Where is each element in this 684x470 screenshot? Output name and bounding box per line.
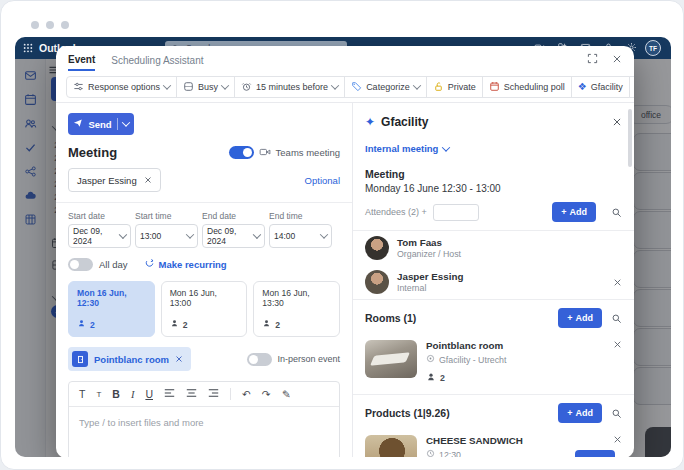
meeting-type-dropdown[interactable]: Internal meeting xyxy=(365,143,622,154)
app-launcher-icon[interactable] xyxy=(23,43,33,53)
gfacility-button[interactable]: ❖ Gfacility xyxy=(571,76,630,98)
field-label: Start time xyxy=(135,211,198,221)
room-location: Gfacility - Utrecht xyxy=(439,355,506,365)
start-date-select[interactable]: Dec 09, 2024 xyxy=(68,224,131,248)
make-recurring-link[interactable]: Make recurring xyxy=(144,258,227,271)
private-button[interactable]: Private xyxy=(426,76,483,98)
plus-icon: + xyxy=(567,313,572,323)
gfacility-icon: ❖ xyxy=(578,82,587,92)
tab-scheduling-assistant[interactable]: Scheduling Assistant xyxy=(111,49,203,70)
chevron-down-icon xyxy=(186,230,194,238)
italic-button[interactable]: I xyxy=(131,389,135,400)
attendee-search-input[interactable] xyxy=(433,204,479,221)
field-value: 13:00 xyxy=(140,231,161,241)
send-icon xyxy=(73,118,83,130)
panel-title: Gfacility xyxy=(381,115,428,129)
pen-icon[interactable]: ✎ xyxy=(282,388,291,400)
clock-icon xyxy=(426,449,435,457)
search-product-icon[interactable] xyxy=(611,408,622,419)
bold-button[interactable]: B xyxy=(112,388,120,400)
panel-close-icon[interactable] xyxy=(612,113,622,131)
field-label: Start date xyxy=(68,211,131,221)
toolbar-label: Response options xyxy=(88,82,160,92)
expand-icon[interactable] xyxy=(587,50,598,68)
attendee-chip[interactable]: Jasper Essing xyxy=(68,168,161,192)
editor-toolbar: T T B I U ↶ ↷ ✎ xyxy=(69,382,339,407)
window-close-dot[interactable] xyxy=(31,21,39,29)
remove-room-icon[interactable] xyxy=(175,355,183,363)
room-chip[interactable]: Pointblanc room xyxy=(68,347,191,371)
remove-attendee-icon[interactable] xyxy=(144,176,152,184)
align-center-icon[interactable] xyxy=(186,388,197,400)
align-left-icon[interactable] xyxy=(164,388,175,400)
more-options-button[interactable]: … xyxy=(629,76,634,98)
remove-product-icon[interactable] xyxy=(613,435,622,444)
suggestion-card[interactable]: Mon 16 Jun, 13:00 2 xyxy=(161,281,248,337)
response-options-button[interactable]: Response options xyxy=(66,76,177,98)
room-name: Pointblanc room xyxy=(426,340,604,351)
search-attendee-icon[interactable] xyxy=(611,207,622,218)
attendee-name: Tom Faas xyxy=(397,237,461,248)
reminder-button[interactable]: 15 minutes before xyxy=(234,76,345,98)
meeting-type-label: Internal meeting xyxy=(365,143,438,154)
add-button-cut[interactable] xyxy=(575,450,615,457)
teams-meeting-control: Teams meeting xyxy=(229,146,340,160)
gfacility-panel: ✦ Gfacility Internal meeting Meeting Mon… xyxy=(353,103,634,457)
suggestion-count: 2 xyxy=(90,320,95,330)
text-style-button[interactable]: T xyxy=(79,388,85,400)
align-right-icon[interactable] xyxy=(208,388,219,400)
categorize-button[interactable]: Categorize xyxy=(344,76,427,98)
send-chevron-icon[interactable] xyxy=(121,118,129,126)
underline-button[interactable]: U xyxy=(145,388,153,400)
window-minimize-dot[interactable] xyxy=(46,21,54,29)
add-product-button[interactable]: +Add xyxy=(558,403,602,423)
optional-link[interactable]: Optional xyxy=(305,175,340,186)
remove-room-icon[interactable] xyxy=(613,340,622,349)
product-photo xyxy=(365,435,417,457)
close-icon[interactable] xyxy=(612,50,622,68)
chevron-down-icon xyxy=(331,81,339,89)
rooms-section-title: Rooms (1) xyxy=(365,312,416,324)
user-avatar[interactable]: TF xyxy=(645,40,661,56)
font-size-button[interactable]: T xyxy=(96,390,101,399)
tab-event[interactable]: Event xyxy=(68,48,95,71)
person-icon xyxy=(77,319,86,330)
suggestion-card-selected[interactable]: Mon 16 Jun, 12:30 2 xyxy=(68,281,155,337)
search-room-icon[interactable] xyxy=(611,313,622,324)
add-attendee-button[interactable]: +Add xyxy=(552,202,596,222)
in-person-toggle[interactable] xyxy=(247,353,272,366)
divider xyxy=(56,202,352,203)
gfacility-logo-icon: ✦ xyxy=(365,116,375,128)
event-title[interactable]: Meeting xyxy=(68,145,117,160)
start-time-select[interactable]: 13:00 xyxy=(135,224,198,248)
teams-meeting-toggle[interactable] xyxy=(229,146,254,159)
scheduling-poll-icon xyxy=(489,81,500,94)
suggestion-time: Mon 16 Jun, 13:00 xyxy=(170,288,239,308)
scheduling-poll-button[interactable]: Scheduling poll xyxy=(482,76,572,98)
description-editor[interactable]: T T B I U ↶ ↷ ✎ xyxy=(68,381,340,457)
camera-icon xyxy=(259,146,271,160)
window-zoom-dot[interactable] xyxy=(61,21,69,29)
person-icon xyxy=(170,319,179,330)
chevron-down-icon xyxy=(163,81,171,89)
remove-attendee-icon[interactable] xyxy=(613,278,622,287)
panel-scrollbar[interactable] xyxy=(628,109,632,167)
all-day-toggle[interactable] xyxy=(68,258,93,271)
end-date-select[interactable]: Dec 09, 2024 xyxy=(202,224,265,248)
avatar xyxy=(365,270,389,294)
window-controls[interactable] xyxy=(31,15,76,33)
end-date-field: End date Dec 09, 2024 xyxy=(202,211,265,248)
make-recurring-label: Make recurring xyxy=(159,259,227,270)
room-card: Pointblanc room Gfacility - Utrecht 2 xyxy=(353,336,634,394)
end-time-select[interactable]: 14:00 xyxy=(269,224,332,248)
attendee-chip-name: Jasper Essing xyxy=(77,175,137,186)
undo-icon[interactable]: ↶ xyxy=(242,388,251,400)
send-button[interactable]: Send xyxy=(68,113,134,135)
busy-status-button[interactable]: Busy xyxy=(176,76,235,98)
categorize-icon xyxy=(351,81,362,94)
redo-icon[interactable]: ↷ xyxy=(262,388,271,400)
add-room-button[interactable]: +Add xyxy=(558,308,602,328)
busy-icon xyxy=(183,81,194,94)
editor-placeholder[interactable]: Type / to insert files and more xyxy=(69,407,339,438)
suggestion-card[interactable]: Mon 16 Jun, 13:30 2 xyxy=(253,281,340,337)
